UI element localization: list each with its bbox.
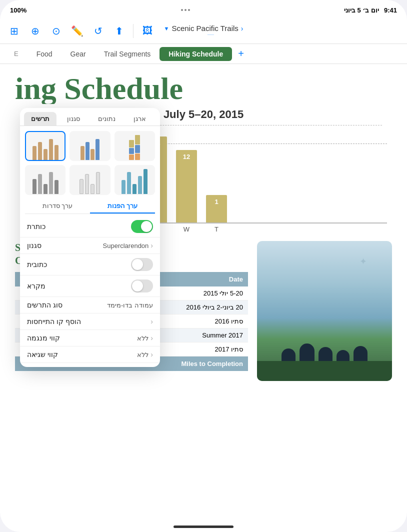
refresh-icon[interactable]: ↺ — [91, 24, 105, 38]
ref-line-label: הוסף קו התייחסות — [27, 318, 81, 326]
time-status: 9:41 — [384, 6, 397, 14]
popup-tab-data[interactable]: נתונים — [90, 112, 123, 126]
caption-toggle[interactable] — [131, 258, 153, 271]
trend-lines-label: קווי מנגמה — [27, 334, 60, 342]
chart-bar-t2: 1 — [206, 195, 227, 222]
series-opt-reference[interactable]: ערך הפנות — [90, 199, 155, 214]
bar-label-12b: 12 — [183, 153, 190, 160]
toggle-knob-caption — [132, 259, 143, 270]
popup-row-legend: מקרא — [20, 276, 160, 297]
error-bars-value: ללא — [137, 351, 148, 358]
main-content: ing Schedule July 5–20, 2015 — [0, 64, 407, 532]
th-date: Date — [150, 272, 248, 286]
popup-tabs: תרשים סגנון נתונים ארגן — [20, 108, 160, 126]
caption-label: כתובית — [27, 260, 47, 268]
chart-thumb-4[interactable] — [25, 165, 66, 195]
chart-thumb-1[interactable] — [25, 131, 66, 161]
error-bars-label: קווי שגיאה — [27, 350, 58, 358]
x-label-w: W — [176, 226, 197, 233]
legend-toggle[interactable] — [131, 280, 153, 292]
dot2 — [184, 9, 186, 11]
status-bar: 100% יום ב׳ 5 ביוני 9:41 — [0, 0, 407, 18]
toggle-knob-legend — [132, 280, 143, 292]
style-chevron: ‹ — [150, 242, 153, 250]
error-bars-chevron: ‹ — [150, 350, 153, 358]
popup-tab-style[interactable]: סגנון — [58, 112, 90, 126]
image-icon[interactable]: 🖼 — [140, 24, 154, 38]
tabs-bar: E Food Gear Trail Segments Hiking Schedu… — [0, 44, 407, 64]
chart-options-popup: תרשים סגנון נתונים ארגן — [20, 108, 160, 367]
popup-row-title: כותרת — [20, 216, 160, 238]
style-label: סגנון — [27, 242, 42, 250]
row3-date: סתיו 2016 — [150, 314, 248, 328]
popup-tab-charts[interactable]: תרשים — [24, 112, 56, 126]
popup-series-options: ערך סדרות ערך הפנות — [25, 199, 155, 214]
battery-status: 100% — [10, 6, 26, 14]
save-icon[interactable]: ⊞ — [7, 24, 21, 38]
row1-date: 5-20 יולי 2015 — [150, 286, 248, 300]
circle-menu-icon[interactable]: ⊙ — [49, 24, 63, 38]
status-center — [181, 9, 190, 11]
pen-icon[interactable]: ✏️ — [70, 24, 84, 38]
tab-gear[interactable]: Gear — [62, 47, 95, 61]
doc-title[interactable]: Scenic Pacific Trails — [172, 24, 238, 32]
photo-section: ✦ — [257, 241, 392, 381]
trend-lines-value: ללא — [137, 334, 148, 342]
x-label-t2: T — [206, 226, 227, 233]
series-opt-value[interactable]: ערך סדרות — [25, 199, 90, 214]
row4-date: Summer 2017 — [150, 328, 248, 342]
trend-lines-chevron: ‹ — [150, 334, 153, 342]
chart-thumb-2[interactable] — [70, 131, 110, 161]
popup-row-caption: כתובית — [20, 254, 160, 276]
bird-silhouette: ✦ — [360, 256, 367, 267]
tab-food[interactable]: Food — [28, 47, 62, 61]
page-big-title: ing Schedule — [15, 73, 392, 104]
home-indicator — [174, 526, 234, 528]
title-toggle[interactable] — [131, 220, 153, 233]
popup-row-chart-type: עמודה בדו-מימד סוג התרשים — [20, 297, 160, 314]
chart-thumb-5[interactable] — [70, 165, 110, 195]
tab-hiking-schedule[interactable]: Hiking Schedule — [160, 47, 232, 61]
popup-row-reference-line[interactable]: ‹ הוסף קו התייחסות — [20, 314, 160, 330]
toolbar-divider — [133, 24, 134, 38]
popup-row-style[interactable]: ‹ Superclarendon סגנון — [20, 238, 160, 254]
bar-label-1: 1 — [214, 198, 218, 206]
popup-row-trend-lines[interactable]: ‹ ללא קווי מנגמה — [20, 330, 160, 346]
more-icon[interactable]: ⊕ — [28, 24, 42, 38]
popup-tab-organize[interactable]: ארגן — [124, 112, 156, 126]
toolbar: ⊞ ⊕ ⊙ ✏️ ↺ ⬆ 🖼 ⧉ ⏱ ⊞ ▼ Scenic Pacific Tr… — [0, 18, 407, 44]
tab-add-button[interactable]: + — [234, 48, 248, 60]
chart-thumb-6[interactable] — [114, 165, 155, 195]
toggle-knob — [141, 221, 152, 232]
row5-date: סתיו 2017 — [150, 342, 248, 356]
chart-thumb-3[interactable] — [114, 131, 155, 161]
doc-title-chevron-down: ▼ — [164, 26, 170, 32]
tab-trail-segments[interactable]: Trail Segments — [95, 47, 160, 61]
title-label: כותרת — [27, 222, 46, 230]
style-value: Superclarendon — [103, 242, 149, 250]
row2-date: 20 ביוני-2 ביולי 2016 — [150, 300, 248, 314]
dot3 — [188, 9, 190, 11]
date-status: יום ב׳ 5 ביוני — [344, 6, 379, 14]
chart-type-value: עמודה בדו-מימד — [107, 302, 153, 309]
popup-row-error-bars[interactable]: ‹ ללא קווי שגיאה — [20, 346, 160, 363]
dot1 — [181, 9, 183, 11]
tab-e[interactable]: E — [5, 47, 28, 60]
chart-type-grid — [20, 126, 160, 197]
chart-type-label: סוג התרשים — [27, 301, 62, 309]
legend-label: מקרא — [27, 282, 46, 290]
chart-bar-w: 12 — [176, 150, 197, 222]
ref-line-chevron: ‹ — [150, 318, 153, 326]
doc-title-chevron-right[interactable]: › — [241, 24, 244, 32]
share-icon[interactable]: ⬆ — [112, 24, 126, 38]
